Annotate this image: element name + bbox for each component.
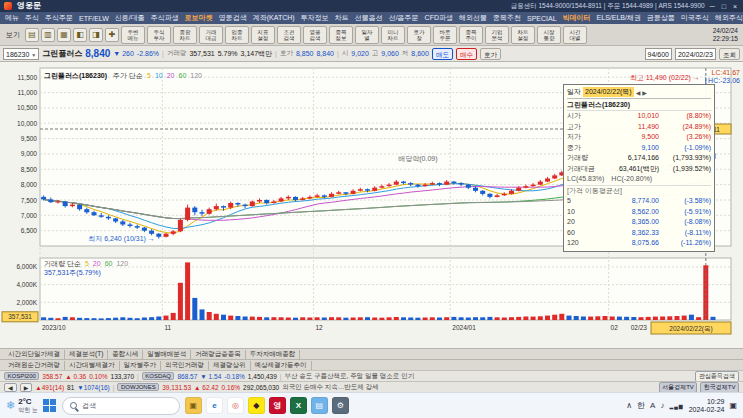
menu-item-8[interactable]: 영웅검색 <box>216 13 250 23</box>
taskbar-icon-excel[interactable]: X <box>290 397 307 414</box>
depth-button[interactable]: 호가 <box>480 48 501 60</box>
toolbar-button-3[interactable]: 종합 차트 <box>173 26 197 44</box>
taskbar-icon-kakao-talk[interactable]: ◆ <box>248 397 265 414</box>
menu-item-18[interactable]: 빅데이터 <box>560 13 594 23</box>
stock-code-input[interactable]: 186230 ▼ <box>3 48 39 60</box>
menu-item-7[interactable]: 로보마켓 <box>182 13 216 23</box>
menu-item-10[interactable]: 투자정보 <box>298 13 332 23</box>
toolbar-button-12[interactable]: 호가 창 <box>407 26 431 44</box>
taskbar-icon-chrome-browser[interactable]: ◎ <box>227 397 244 414</box>
ime-korean-indicator[interactable]: 한 <box>637 400 645 411</box>
toolbar-icon-6[interactable]: ✚ <box>105 28 119 42</box>
sell-button[interactable]: 매도 <box>432 48 453 60</box>
open-label: 시 <box>342 49 349 58</box>
menu-item-21[interactable]: 미국주식 <box>678 13 712 23</box>
buy-button[interactable]: 매수 <box>456 48 477 60</box>
query-button[interactable]: 조회 <box>719 48 740 60</box>
scroll-left-button[interactable]: ◀ <box>4 383 17 392</box>
toolbar-button-17[interactable]: 시장 동향 <box>537 26 561 44</box>
toolbar-button-14[interactable]: 종목 추이 <box>459 26 483 44</box>
volume-ratio: 5.79% <box>218 50 238 57</box>
next-day-button[interactable]: ▶ <box>642 89 647 96</box>
index3-chip[interactable]: DOWJONES <box>117 383 159 391</box>
toolbar-button-5[interactable]: 업종 차트 <box>225 26 249 44</box>
menu-item-12[interactable]: 선물옵션 <box>352 13 386 23</box>
tab-체결량상위[interactable]: 체결량상위 <box>209 361 251 370</box>
chart-info-panel: 일자 2024/02/22(목) ◀ ▶ 그린플러스(186230) 시가10,… <box>563 84 715 252</box>
index1-chip[interactable]: KOSPI200 <box>4 372 39 380</box>
toolbar-button-16[interactable]: 차트 설정 <box>511 26 535 44</box>
tab-외국인거래량[interactable]: 외국인거래량 <box>161 361 209 370</box>
advancers-count: ▲491(14) <box>35 384 64 391</box>
menu-item-1[interactable]: 메뉴 <box>2 13 22 23</box>
prev-day-button[interactable]: ◀ <box>636 89 641 96</box>
taskbar-icon-edge-browser[interactable]: e <box>206 397 223 414</box>
window-close-button[interactable]: × <box>733 3 739 10</box>
toolbar-button-18[interactable]: 시간 대별 <box>563 26 587 44</box>
menu-item-9[interactable]: 계좌(KATCH) <box>250 13 298 23</box>
news-source-1[interactable]: 서울경제TV <box>659 382 698 393</box>
toolbar-button-2[interactable]: 주식 투자 <box>147 26 171 44</box>
menu-item-6[interactable]: 주식파생 <box>148 13 182 23</box>
taskbar-icon-settings[interactable]: ⚙ <box>332 397 349 414</box>
window-maximize-button[interactable]: □ <box>722 3 728 10</box>
toolbar-button-11[interactable]: 미니 차트 <box>381 26 405 44</box>
taskbar-icon-notepad[interactable]: ▤ <box>311 397 328 414</box>
toolbar-icon-5[interactable]: ◨ <box>89 28 103 42</box>
network-signal-icon[interactable]: ▂▄▆ <box>669 403 683 409</box>
svg-text:02/23: 02/23 <box>631 324 648 331</box>
volume-icon[interactable]: ♪ <box>660 401 664 410</box>
toolbar-button-8[interactable]: 영웅 검색 <box>303 26 327 44</box>
menu-item-5[interactable]: 신용/대출 <box>112 13 148 23</box>
toolbar-icon-3[interactable]: ▦ <box>57 28 71 42</box>
svg-text:12: 12 <box>316 324 324 331</box>
toolbar-icon-1[interactable]: ▤ <box>25 28 39 42</box>
tab-일자별주가[interactable]: 일자별주가 <box>120 361 162 370</box>
menu-item-13[interactable]: 선/옵주문 <box>386 13 422 23</box>
date-picker[interactable]: 2024/02/23 <box>675 48 716 60</box>
toolbar-button-7[interactable]: 조건 검색 <box>277 26 301 44</box>
tray-chevron-icon[interactable]: ∧ <box>626 401 632 410</box>
toolbar-button-13[interactable]: 바로 주문 <box>433 26 457 44</box>
news-ticker-2[interactable]: 외국인 순매수 지속…반도체 강세 <box>282 383 655 392</box>
ime-lang-indicator[interactable]: A <box>650 401 655 410</box>
bar-count-input[interactable]: 94/600 <box>645 48 672 60</box>
news-ticker-1[interactable]: 부산 송도 구름산책로, 주말 일몰 명소로 인기 <box>284 372 692 381</box>
toolbar-button-6[interactable]: 지표 설정 <box>251 26 275 44</box>
window-minimize-button[interactable]: ─ <box>710 3 717 10</box>
toolbar-button-10[interactable]: 일자 별 <box>355 26 379 44</box>
tab-시간대별체결가[interactable]: 시간대별체결가 <box>65 361 120 370</box>
info-row-종가: 종가9,100(-1.09%) <box>567 143 711 154</box>
menu-item-19[interactable]: ELS/ELB/채권 <box>594 13 644 23</box>
view-menu[interactable]: 보기 <box>3 30 23 40</box>
index2-chip[interactable]: KOSDAQ <box>142 372 175 380</box>
menu-item-3[interactable]: 주식주문 <box>42 13 76 23</box>
menu-item-20[interactable]: 금융상품 <box>644 13 678 23</box>
menu-item-17[interactable]: SPECIAL <box>524 15 560 22</box>
menu-item-11[interactable]: 차트 <box>332 13 352 23</box>
taskbar-clock[interactable]: 10:29 2024-02-24 <box>689 398 725 414</box>
scroll-right-button[interactable]: ▶ <box>20 383 33 392</box>
notification-center-icon[interactable]: ▣ <box>729 401 737 410</box>
start-button[interactable] <box>43 399 57 413</box>
menu-item-2[interactable]: 주식 <box>22 13 42 23</box>
toolbar-icon-2[interactable]: ▥ <box>41 28 55 42</box>
toolbar-button-4[interactable]: 거래 대금 <box>199 26 223 44</box>
weather-widget[interactable]: ❄ 2°C 약한 눈 <box>6 398 38 414</box>
menu-item-15[interactable]: 해외선물 <box>456 13 490 23</box>
menu-item-22[interactable]: 해외주식 <box>712 13 743 23</box>
tab-예상체결가등추이[interactable]: 예상체결가등추이 <box>251 361 312 370</box>
toolbar-button-1[interactable]: 주변 메뉴 <box>121 26 145 44</box>
taskbar-icon-file-explorer[interactable]: ▣ <box>185 397 202 414</box>
menu-item-14[interactable]: CFD파생 <box>422 13 456 23</box>
menu-item-16[interactable]: 종목추천 <box>490 13 524 23</box>
toolbar-button-9[interactable]: 종목 정보 <box>329 26 353 44</box>
taskbar-icon-kiwoom-hts[interactable]: 영 <box>269 397 286 414</box>
tab-거래원순간거래량[interactable]: 거래원순간거래량 <box>4 361 65 370</box>
watchlist-search-button[interactable]: 관심종목검색 <box>695 371 739 382</box>
menu-item-4[interactable]: ETF/ELW <box>76 15 112 22</box>
toolbar-button-15[interactable]: 기업 분석 <box>485 26 509 44</box>
toolbar-icon-4[interactable]: ◧ <box>73 28 87 42</box>
taskbar-search-input[interactable]: 검색 <box>62 397 180 415</box>
news-source-2[interactable]: 한국경제TV <box>700 382 739 393</box>
